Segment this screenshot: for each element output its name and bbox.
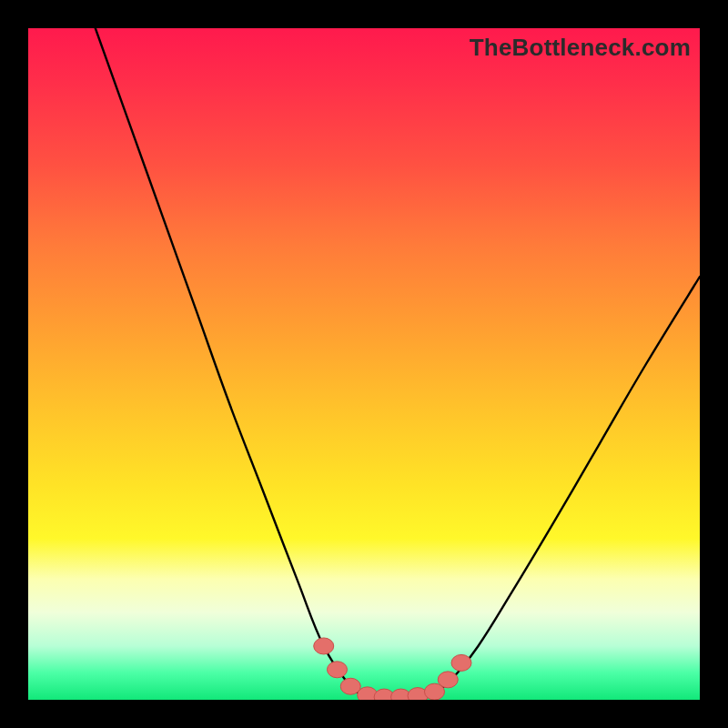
- chart-frame: TheBottleneck.com: [0, 0, 728, 728]
- data-marker: [327, 662, 347, 678]
- curve-path: [96, 28, 700, 697]
- watermark-text: TheBottleneck.com: [470, 34, 691, 62]
- data-marker: [451, 654, 471, 671]
- data-marker: [314, 638, 334, 654]
- data-marker: [438, 672, 458, 688]
- bottleneck-curve: [28, 28, 700, 700]
- plot-area: TheBottleneck.com: [28, 28, 700, 700]
